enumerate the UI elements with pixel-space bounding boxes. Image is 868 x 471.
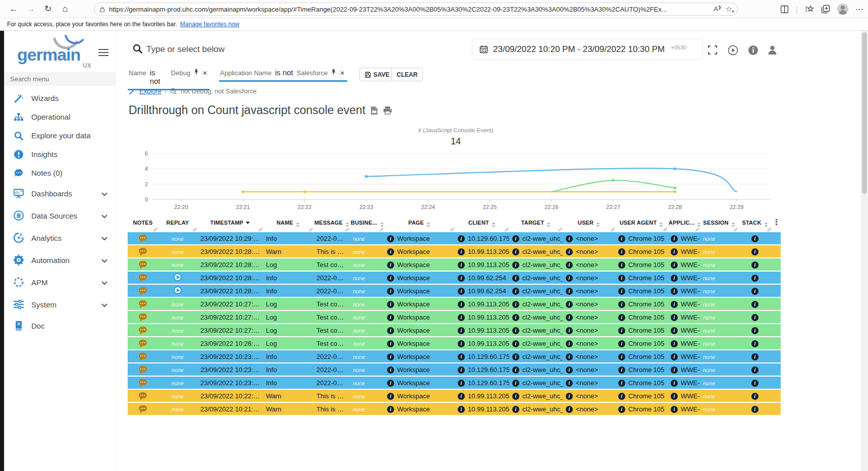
sidebar-item-analytics[interactable]: Analytics	[4, 227, 116, 249]
cell-client[interactable]: i10.99.113.205	[455, 258, 509, 272]
cell-client[interactable]: i10.99.113.205	[455, 245, 509, 258]
cell-page[interactable]: iWorkspace	[384, 232, 455, 245]
cell-target[interactable]: icl2-wwe_uhc_...	[509, 285, 563, 298]
replay-play-icon[interactable]	[174, 273, 182, 281]
cell-useragent[interactable]: iChrome 105	[615, 298, 668, 311]
split-screen-icon[interactable]	[780, 5, 789, 14]
sidebar-item-apm[interactable]: APM	[4, 271, 116, 293]
hamburger-menu-icon[interactable]	[98, 47, 108, 58]
cell-notes[interactable]	[128, 258, 158, 272]
cell-target[interactable]: icl2-wwe_uhc_...	[509, 324, 563, 337]
info-icon[interactable]: i	[751, 380, 758, 387]
sidebar-item-data-sources[interactable]: Data Sources	[4, 204, 116, 227]
cell-page[interactable]: iWorkspace	[384, 311, 455, 324]
column-resize-handle[interactable]: //	[504, 227, 509, 232]
column-header-name[interactable]: NAME//	[263, 217, 313, 232]
sort-icon[interactable]	[731, 222, 735, 227]
cell-client[interactable]: i10.99.62.254	[455, 285, 509, 298]
info-icon[interactable]: i	[387, 288, 394, 295]
pin-icon[interactable]	[331, 69, 336, 75]
cell-target[interactable]: icl2-wwe_uhc_...	[509, 337, 563, 350]
info-icon[interactable]: i	[751, 353, 758, 360]
info-icon[interactable]: i	[751, 367, 758, 374]
sort-icon[interactable]	[659, 222, 663, 227]
table-row[interactable]: none23/09/2022 10:23:23 P...Info2022-09-…	[128, 377, 781, 390]
cell-applic[interactable]: iWWE-C...	[668, 337, 700, 350]
column-resize-handle[interactable]: //	[662, 227, 668, 232]
cell-stack[interactable]: i	[738, 232, 772, 245]
info-icon[interactable]: i	[618, 393, 625, 400]
sidebar-item-automation[interactable]: Automation	[4, 249, 116, 271]
cell-target[interactable]: icl2-wwe_uhc_...	[509, 272, 563, 285]
cell-page[interactable]: iWorkspace	[384, 258, 455, 272]
cell-stack[interactable]: i	[738, 298, 772, 311]
cell-useragent[interactable]: iChrome 105	[615, 363, 668, 377]
cell-applic[interactable]: iWWE-C...	[668, 324, 700, 337]
info-icon[interactable]: i	[566, 235, 573, 242]
print-icon[interactable]	[383, 106, 392, 115]
info-icon[interactable]	[748, 45, 758, 58]
cell-user[interactable]: i<none>	[563, 285, 615, 298]
info-icon[interactable]: i	[671, 327, 678, 334]
info-icon[interactable]: i	[618, 275, 625, 282]
cell-user[interactable]: i<none>	[563, 232, 615, 245]
back-icon[interactable]: ←	[5, 4, 22, 14]
info-icon[interactable]: i	[618, 301, 625, 308]
refresh-icon[interactable]: ↻	[39, 4, 57, 14]
info-icon[interactable]: i	[387, 380, 394, 387]
info-icon[interactable]: i	[387, 406, 394, 413]
column-header-useragent[interactable]: USER AGENT//	[615, 217, 668, 232]
sort-icon[interactable]	[547, 222, 551, 227]
cell-stack[interactable]: i	[738, 285, 772, 298]
cell-target[interactable]: icl2-wwe_uhc_...	[509, 350, 563, 363]
add-favorite-icon[interactable]: ☆+	[726, 5, 732, 14]
cell-useragent[interactable]: iChrome 105	[615, 377, 668, 390]
cell-user[interactable]: i<none>	[563, 324, 615, 337]
fullscreen-icon[interactable]	[708, 45, 718, 57]
column-header-message[interactable]: MESSAGE//	[313, 217, 350, 232]
info-icon[interactable]: i	[512, 380, 519, 387]
notes-icon[interactable]	[139, 261, 147, 267]
cell-target[interactable]: icl2-wwe_uhc_...	[509, 390, 563, 403]
notes-icon[interactable]	[139, 287, 147, 293]
cell-notes[interactable]	[128, 324, 158, 337]
info-icon[interactable]: i	[671, 288, 678, 295]
sort-icon[interactable]	[345, 222, 349, 227]
info-icon[interactable]: i	[618, 288, 625, 295]
cell-stack[interactable]: i	[738, 363, 772, 377]
info-icon[interactable]: i	[566, 380, 573, 387]
collections-icon[interactable]	[805, 5, 814, 14]
info-icon[interactable]: i	[458, 235, 465, 242]
info-icon[interactable]: i	[387, 353, 394, 360]
cell-applic[interactable]: iWWE-C...	[668, 258, 700, 272]
cell-target[interactable]: icl2-wwe_uhc_...	[509, 377, 563, 390]
cell-stack[interactable]: i	[738, 311, 772, 324]
column-resize-handle[interactable]: //	[449, 227, 455, 232]
cell-notes[interactable]	[128, 363, 158, 377]
home-icon[interactable]: ⌂	[57, 4, 74, 14]
info-icon[interactable]: i	[566, 314, 573, 321]
info-icon[interactable]: i	[671, 275, 678, 282]
column-header-page[interactable]: PAGE//	[384, 217, 455, 232]
info-icon[interactable]: i	[671, 248, 678, 255]
column-options-button[interactable]: ⋮	[772, 217, 781, 232]
cell-notes[interactable]	[128, 350, 158, 363]
cell-applic[interactable]: iWWE-C...	[668, 272, 700, 285]
info-icon[interactable]: i	[512, 367, 519, 374]
table-row[interactable]: none23/09/2022 10:26:57 P...LogTest cons…	[128, 337, 781, 350]
info-icon[interactable]: i	[618, 353, 625, 360]
sidebar-item-system[interactable]: System	[4, 293, 116, 316]
sidebar-search-input[interactable]	[4, 72, 116, 86]
info-icon[interactable]: i	[751, 248, 758, 255]
cell-client[interactable]: i10.99.113.205	[455, 337, 509, 350]
cell-page[interactable]: iWorkspace	[384, 285, 455, 298]
address-bar[interactable]: https://germainapm-prod.uhc.com/germaina…	[94, 3, 738, 16]
cell-replay[interactable]	[158, 285, 197, 298]
info-icon[interactable]: i	[671, 301, 678, 308]
date-range-picker[interactable]: 23/09/2022 10:20 PM - 23/09/2022 10:30 P…	[472, 39, 703, 60]
column-resize-handle[interactable]: //	[308, 227, 313, 232]
cell-client[interactable]: i10.129.60.175	[455, 377, 509, 390]
info-icon[interactable]: i	[512, 340, 519, 347]
info-icon[interactable]: i	[458, 275, 465, 282]
notes-icon[interactable]	[139, 353, 147, 359]
